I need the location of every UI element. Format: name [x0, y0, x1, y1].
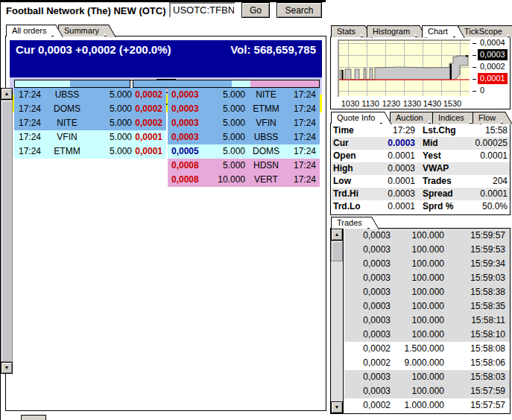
tab-auction[interactable]: Auction [390, 112, 429, 124]
trade-time: 15:58:35 [444, 299, 510, 314]
scroll-up-icon[interactable]: ▲ [1, 88, 13, 100]
bid-row[interactable]: 17:24 NITE 5.000 0,0002 [14, 116, 166, 130]
ask-row[interactable]: 0,0008 5.000 HDSN 17:24 [168, 159, 320, 173]
tab-all-orders[interactable]: All orders [6, 25, 51, 36]
trade-time: 15:59:03 [444, 271, 510, 285]
trade-row[interactable]: 0,0002 9.000.000 15:58:06 [344, 356, 510, 370]
tab-stats[interactable]: Stats [331, 25, 361, 37]
ask-row[interactable]: 0,0003 5.000 NITE 17:24 [168, 88, 320, 102]
trade-size: 100.000 [391, 370, 444, 384]
ask-row[interactable]: 0,0003 5.000 VFIN 17:24 [168, 116, 320, 130]
trade-price: 0,0003 [344, 328, 391, 342]
y-tick-label-current: 0,0003 [473, 49, 510, 61]
trade-time: 15:59:34 [444, 257, 510, 271]
scroll-down-icon[interactable]: ▼ [1, 362, 13, 374]
ask-size: 5.000 [209, 102, 245, 116]
tab-flow[interactable]: Flow [473, 112, 501, 124]
tab-summary[interactable]: Summary [58, 25, 104, 36]
ask-price: 0,0003 [168, 88, 209, 102]
quote-row: Trd.Lo 0.0001 Sprd % 50.0% [332, 200, 510, 213]
bid-time: 17:24 [14, 144, 45, 159]
order-book-scrollbar[interactable]: ▲ ▼ [1, 88, 13, 374]
trade-time: 15:59:53 [444, 243, 510, 257]
ask-price: 0,0003 [168, 130, 209, 144]
trade-price: 0,0003 [344, 271, 391, 285]
quote-label: Trades [415, 175, 460, 188]
trade-row[interactable]: 0,0002 1.500.000 15:58:08 [344, 342, 510, 356]
bid-row[interactable]: 17:24 ETMM 5.000 0,0001 [14, 144, 166, 159]
scroll-up-icon[interactable]: ▲ [331, 229, 343, 241]
search-button[interactable]: Search [276, 2, 322, 18]
ask-row[interactable]: 0,0003 5.000 ETMM 17:24 [168, 102, 320, 116]
scroll-down-icon[interactable]: ▼ [331, 401, 343, 413]
bid-mm: NITE [45, 116, 89, 130]
bid-time: 17:24 [14, 130, 45, 144]
trade-row[interactable]: 0,0002 1.000.000 15:57:57 [344, 398, 510, 413]
tab-quote-info[interactable]: Quote Info [331, 112, 380, 124]
ask-row[interactable]: 0,0005 5.000 DOMS 17:24 [168, 144, 320, 159]
quote-value: 0.0001 [460, 188, 510, 200]
ask-depth-pink-segment [250, 80, 319, 87]
ask-size: 5.000 [209, 116, 245, 130]
bid-size: 5.000 [89, 88, 132, 102]
ask-depth-blue-segment [133, 80, 232, 87]
trade-size: 1.000.000 [391, 398, 444, 413]
symbol-input[interactable] [169, 2, 236, 18]
quote-label: Trd.Hi [332, 188, 369, 200]
trade-size: 1.500.000 [391, 342, 444, 356]
tab-trades[interactable]: Trades [331, 217, 367, 229]
tab-indices[interactable]: Indices [432, 112, 470, 124]
ask-row[interactable]: 0,0003 5.000 UBSS 17:24 [168, 130, 320, 144]
chart-panel: 1030 1130 1230 1330 1430 1530 0,0004 0,0… [330, 36, 511, 109]
trade-row[interactable]: 0,0003 100.000 15:58:38 [344, 285, 510, 299]
bid-row[interactable]: 17:24 UBSS 5.000 0,0002 [14, 88, 166, 102]
trade-row[interactable]: 0,0003 100.000 15:57:59 [344, 384, 510, 398]
clipped-bottom-tab [21, 415, 46, 420]
scrollbar-thumb[interactable] [331, 241, 343, 261]
ask-row[interactable]: 0,0008 10.000 VERT 17:24 [168, 173, 320, 187]
trades-scrollbar[interactable]: ▲ ▼ [331, 229, 344, 413]
trade-price: 0,0002 [344, 356, 391, 370]
bid-depth-cyan-segment [15, 80, 70, 87]
y-tick-label-reference: 0,0001 [473, 73, 510, 85]
quote-row: Low 0.0001 Trades 204 [332, 175, 510, 188]
trade-row[interactable]: 0,0003 100.000 15:58:10 [344, 328, 510, 342]
y-tick-label: 0,0002 [473, 61, 510, 73]
right-column: Stats Histogram Chart TickScope 1030 113… [330, 0, 512, 420]
chart-plot-area [338, 39, 471, 98]
trade-time: 15:57:59 [444, 384, 510, 398]
quote-info-table: Time 17:29 Lst.Chg 15:58 Cur 0.0003 Mid … [332, 124, 510, 213]
tab-tickscope[interactable]: TickScope [458, 25, 508, 37]
scrollbar-thumb[interactable] [1, 100, 13, 362]
trade-time: 15:58:08 [444, 342, 510, 356]
trade-row[interactable]: 0,0003 100.000 15:59:53 [344, 243, 510, 257]
trade-row[interactable]: 0,0003 100.000 15:59:57 [344, 229, 510, 243]
trade-time: 15:58:38 [444, 285, 510, 299]
bid-size: 5.000 [89, 116, 132, 130]
x-tick-label: 1230 [380, 99, 402, 108]
quote-value [460, 162, 510, 175]
tab-histogram[interactable]: Histogram [367, 25, 415, 37]
bid-depth-bar [14, 80, 130, 88]
quote-label: Time [332, 124, 369, 137]
y-tick-label: 0 [473, 85, 510, 97]
ask-time: 17:24 [287, 130, 320, 144]
quote-value: 0.0003 [369, 188, 415, 200]
go-button[interactable]: Go [241, 2, 270, 18]
trade-row[interactable]: 0,0003 100.000 15:58:35 [344, 299, 510, 314]
trade-row[interactable]: 0,0003 100.000 15:59:03 [344, 271, 510, 285]
bid-book: 17:24 UBSS 5.000 0,0002 17:24 DOMS 5.000… [14, 88, 166, 159]
instrument-title: Football Network (The) NEW (OTC) [6, 5, 165, 16]
ask-size: 5.000 [209, 159, 245, 173]
bid-row[interactable]: 17:24 VFIN 5.000 0,0001 [14, 130, 166, 144]
trade-row[interactable]: 0,0003 100.000 15:59:34 [344, 257, 510, 271]
bid-price: 0,0001 [132, 144, 166, 159]
trade-row[interactable]: 0,0003 100.000 15:58:03 [344, 370, 510, 384]
bid-depth-blue-segment [70, 80, 130, 87]
quote-value: 0.0001 [369, 150, 415, 162]
tab-chart[interactable]: Chart [422, 25, 453, 37]
trades-list: 0,0003 100.000 15:59:57 0,0003 100.000 1… [344, 229, 510, 413]
bid-row[interactable]: 17:24 DOMS 5.000 0,0002 [14, 102, 166, 116]
bid-mm: UBSS [45, 88, 89, 102]
trade-row[interactable]: 0,0003 100.000 15:58:11 [344, 314, 510, 328]
